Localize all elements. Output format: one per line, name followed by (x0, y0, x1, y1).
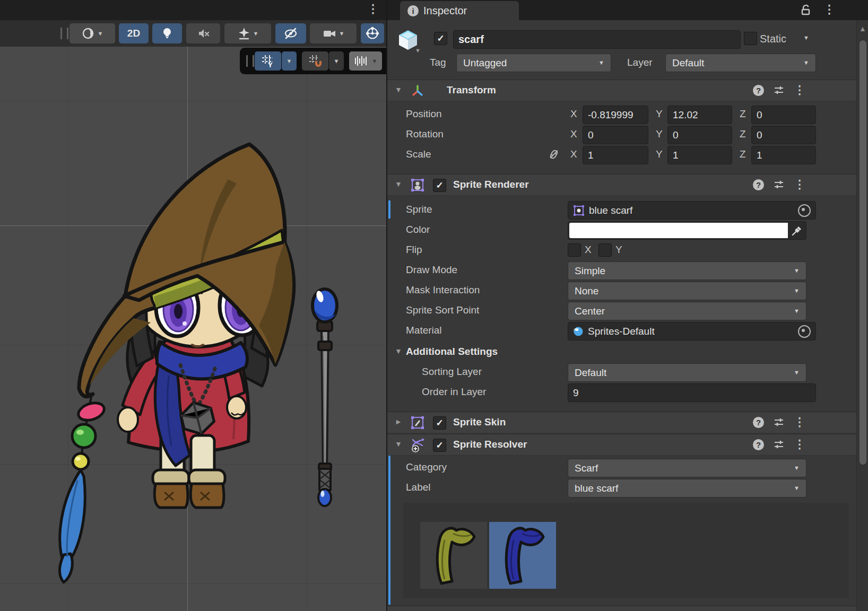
help-icon[interactable]: ? (753, 439, 764, 450)
tag-dropdown[interactable]: Untagged ▼ (456, 54, 611, 72)
gameobject-name-field[interactable]: scarf (453, 30, 741, 49)
sprite-renderer-title: Sprite Renderer (453, 179, 529, 190)
color-swatch[interactable] (569, 223, 788, 238)
flip-x-checkbox[interactable] (568, 243, 581, 257)
scale-x-field[interactable]: 1 (583, 146, 648, 164)
sprite-renderer-enabled-checkbox[interactable]: ✓ (433, 179, 446, 192)
presets-icon[interactable] (774, 417, 784, 427)
prefab-expand-icon[interactable]: ▼ (415, 48, 421, 54)
kebab-menu-icon[interactable]: ⋮ (794, 416, 805, 428)
rotation-z-field[interactable]: 0 (751, 126, 816, 144)
presets-icon[interactable] (774, 85, 784, 95)
presets-icon[interactable] (774, 179, 784, 190)
sprite-object-field[interactable]: blue scarf (568, 201, 816, 220)
layer-value: Default (672, 57, 704, 69)
position-label: Position (406, 108, 442, 120)
link-broken-icon[interactable] (548, 149, 560, 160)
scroll-up-icon[interactable]: ▲ (859, 24, 866, 33)
sprite-renderer-header[interactable]: ▼ ✓ Sprite Renderer ? ⋮ (387, 174, 856, 196)
gameobject-active-checkbox[interactable]: ✓ (434, 32, 447, 45)
snapbar-drag-handle[interactable] (246, 55, 254, 67)
sprite-skin-header[interactable]: ► ✓ Sprite Skin ? ⋮ (387, 412, 856, 433)
foldout-icon[interactable]: ► (395, 417, 402, 426)
audio-mute-button[interactable] (186, 23, 220, 43)
kebab-menu-icon[interactable]: ⋮ (794, 439, 805, 450)
transform-header[interactable]: ▼ Transform ? ⋮ (387, 80, 856, 101)
help-icon[interactable]: ? (753, 417, 764, 428)
sprite-skin-enabled-checkbox[interactable]: ✓ (433, 416, 446, 430)
tag-value: Untagged (463, 57, 507, 69)
foldout-icon[interactable]: ▼ (395, 180, 402, 188)
scene-tab-bar: ⋮ (0, 0, 386, 20)
toolbar-drag-handle[interactable] (60, 28, 68, 39)
presets-icon[interactable] (774, 439, 784, 450)
mask-interaction-value: None (575, 285, 598, 297)
snap-increment-button[interactable]: ▼ (349, 51, 382, 71)
color-row: Color (387, 221, 856, 239)
flip-y-label: Y (615, 244, 622, 256)
inspector-scrollbar[interactable]: ▲ (856, 20, 868, 611)
label-value: blue scarf (575, 483, 618, 494)
scene-character-sprite[interactable] (0, 47, 386, 611)
object-picker-icon[interactable] (798, 325, 811, 338)
eye-crossed-icon (283, 27, 298, 40)
sprite-skin-icon (411, 416, 424, 430)
sprite-variant-selector (403, 503, 849, 598)
grid-options-dropdown[interactable]: ▼ (282, 51, 297, 71)
foldout-icon[interactable]: ▼ (395, 347, 402, 355)
chevron-down-icon: ▼ (794, 485, 800, 491)
scene-lighting-button[interactable] (152, 23, 182, 43)
kebab-menu-icon[interactable]: ⋮ (794, 179, 805, 190)
grid-visibility-button[interactable]: Y (255, 51, 281, 71)
material-label: Material (406, 325, 442, 336)
additional-settings-row[interactable]: ▼ Additional Settings (387, 343, 856, 361)
category-dropdown[interactable]: Scarf ▼ (568, 459, 806, 477)
sprite-resolver-enabled-checkbox[interactable]: ✓ (433, 439, 446, 452)
label-dropdown[interactable]: blue scarf ▼ (568, 479, 806, 497)
rotation-y-field[interactable]: 0 (667, 126, 732, 144)
position-z-field[interactable]: 0 (751, 106, 816, 124)
sprite-variant-blue-scarf-selected[interactable] (489, 522, 556, 589)
rotation-x-field[interactable]: 0 (583, 126, 648, 144)
grid-snapping-dropdown[interactable]: ▼ (329, 51, 344, 71)
material-object-field[interactable]: Sprites-Default (568, 322, 816, 341)
position-x-field[interactable]: -0.819999 (583, 106, 648, 124)
flip-y-checkbox[interactable] (598, 243, 612, 257)
scene-menu-icon[interactable]: ⋮ (367, 3, 379, 15)
scene-viewport[interactable]: Y ▼ ▼ (0, 47, 386, 611)
tab-inspector[interactable]: i Inspector (400, 1, 519, 20)
object-picker-icon[interactable] (798, 204, 811, 217)
draw-mode-dropdown[interactable]: Simple ▼ (568, 261, 806, 280)
static-dropdown-icon[interactable]: ▼ (803, 35, 809, 41)
scene-camera-button[interactable]: ▼ (310, 23, 357, 43)
sorting-layer-dropdown[interactable]: Default ▼ (568, 363, 806, 382)
static-checkbox[interactable] (744, 32, 757, 45)
sprite-resolver-header[interactable]: ▼ ✓ Sprite Resolver ? ⋮ (387, 434, 856, 456)
shading-mode-button[interactable]: ▼ (70, 23, 115, 43)
mask-interaction-dropdown[interactable]: None ▼ (568, 282, 806, 300)
scale-y-field[interactable]: 1 (667, 146, 732, 164)
grid-snap-toolbar: Y ▼ ▼ (240, 48, 386, 74)
position-y-field[interactable]: 12.02 (667, 106, 732, 124)
order-in-layer-field[interactable]: 9 (568, 383, 816, 402)
next-component-sliver (387, 606, 856, 611)
grid-snapping-button[interactable] (302, 51, 328, 71)
foldout-icon[interactable]: ▼ (395, 440, 402, 448)
color-field[interactable] (568, 221, 806, 240)
scale-z-field[interactable]: 1 (751, 146, 816, 164)
sprite-variant-olive-scarf[interactable] (420, 522, 487, 589)
effects-button[interactable]: ▼ (224, 23, 271, 43)
toggle-2d-button[interactable]: 2D (119, 23, 149, 43)
hidden-objects-button[interactable] (275, 23, 306, 43)
scrollbar-thumb[interactable] (860, 40, 866, 465)
layer-dropdown[interactable]: Default ▼ (665, 54, 816, 72)
kebab-menu-icon[interactable]: ⋮ (794, 84, 805, 96)
eyedropper-icon[interactable] (791, 225, 803, 237)
help-icon[interactable]: ? (753, 85, 764, 96)
gizmos-button[interactable] (361, 23, 384, 43)
foldout-icon[interactable]: ▼ (395, 85, 402, 94)
sort-point-dropdown[interactable]: Center ▼ (568, 302, 806, 320)
help-icon[interactable]: ? (753, 179, 764, 190)
inspector-menu-icon[interactable]: ⋮ (823, 4, 835, 15)
lock-icon[interactable] (800, 4, 812, 16)
